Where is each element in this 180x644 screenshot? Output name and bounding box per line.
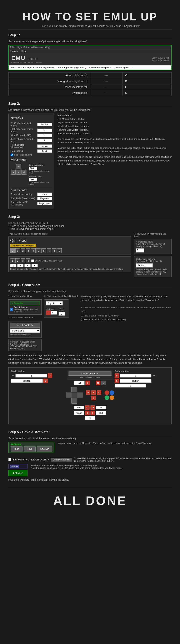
quickcast-btn[interactable]: Quickcast attuned spells bbox=[10, 244, 36, 247]
attack-r2-input[interactable] bbox=[37, 128, 52, 132]
center-detect-btn[interactable]: Detect Controller bbox=[68, 372, 112, 376]
emu-on-input[interactable] bbox=[37, 197, 52, 200]
switch-lb-input[interactable] bbox=[120, 379, 152, 383]
save-as-btn[interactable]: Save as bbox=[37, 446, 52, 452]
attack-r1-input[interactable] bbox=[37, 123, 52, 126]
enable-checkbox-row: Switch button (Holding it changes the ac… bbox=[10, 306, 40, 313]
all-done-section: ALL DONE bbox=[8, 487, 172, 514]
unique-input-2[interactable] bbox=[17, 264, 24, 267]
global-cast-label: Global cast spell key (hotkey of R1, R2,… bbox=[136, 258, 170, 262]
dpad-up bbox=[72, 387, 77, 392]
switch-c-input[interactable] bbox=[114, 384, 146, 388]
controller-dropdown[interactable]: Controller 1 bbox=[10, 328, 40, 333]
switch-action-title: Switch action bbox=[114, 370, 169, 372]
mouse-title: Mouse binds: bbox=[58, 114, 72, 116]
spell-count-field[interactable] bbox=[136, 248, 144, 252]
unique-input-1[interactable] bbox=[10, 264, 16, 267]
step4-title: Step 4 - Controller: bbox=[8, 283, 172, 288]
switch-button-checkbox[interactable] bbox=[10, 308, 13, 311]
controller-center-col: Detect Controller Find out button number… bbox=[67, 370, 113, 420]
basic-val-input[interactable] bbox=[51, 311, 57, 314]
attack-cooldown: Attack cooldown (time before subsequent … bbox=[29, 164, 52, 174]
mouse-bind-3: Middle Mouse Button - mbutton bbox=[58, 125, 90, 128]
load-btn[interactable]: Load bbox=[10, 446, 22, 452]
roll-cooldown-input[interactable] bbox=[29, 178, 37, 181]
step3-section: Step 3: Set spell quickcast hotkeys in E… bbox=[8, 215, 172, 277]
diag-switch-lb5: 5 bbox=[114, 378, 169, 383]
lalt-input[interactable] bbox=[74, 381, 84, 385]
kick-input[interactable] bbox=[37, 134, 52, 137]
num-key-9[interactable]: 9 bbox=[57, 248, 62, 253]
save-btn[interactable]: Save bbox=[24, 446, 36, 452]
debug-activate-row: DEBUG Activate You have to Activate EMUL… bbox=[8, 464, 172, 476]
unique-input-3[interactable] bbox=[24, 264, 30, 267]
switch-button-label: Switch button bbox=[14, 306, 40, 308]
dpad bbox=[66, 387, 82, 404]
num-key-3[interactable]: 3 bbox=[26, 248, 30, 253]
num-key-0[interactable]: 0 bbox=[10, 248, 15, 253]
profiles-row: PROFILES Load Save Save as You can make … bbox=[8, 442, 172, 455]
spell-count-panel: Tell EMUL how many spells you have # of … bbox=[134, 232, 172, 277]
num-key-4[interactable]: 4 bbox=[31, 248, 36, 253]
num-row-6-4: 6 3 4 bbox=[86, 390, 101, 395]
spell-count-label: # of attuned spells (Hold 'M' and press … bbox=[136, 241, 170, 248]
emul-window: E.M.U.Light (Enhanced Moveset Utility) P… bbox=[8, 45, 172, 70]
emul-banner: EMU LIGHT ENHANCED MOVESET UTILITY Don't… bbox=[9, 53, 171, 66]
num-4: 4 bbox=[97, 390, 101, 395]
hotkeys-off-input[interactable] bbox=[37, 202, 52, 205]
enable-unique-checkbox[interactable] bbox=[31, 260, 34, 262]
diag-switch-c bbox=[114, 384, 169, 388]
split-roll-checkbox[interactable] bbox=[10, 154, 13, 156]
num-key-5[interactable]: 5 bbox=[36, 248, 41, 253]
backup-row: BACKUP SAVE FILE ON LAUNCH Choose Save f… bbox=[8, 457, 172, 462]
activate-note: You have to Activate EMUL every time you… bbox=[31, 464, 172, 469]
uniq-key-3[interactable]: 3 bbox=[20, 258, 25, 263]
mouse-bind-5: Backward Side Sutton- xbutton2 bbox=[58, 132, 90, 135]
switch-e-input[interactable] bbox=[120, 374, 152, 378]
detect-controller-btn[interactable]: Detect Controller bbox=[10, 323, 40, 328]
step4-top-container: 1. enable the checkbox ✓ Controller Swit… bbox=[8, 295, 172, 351]
tab-input[interactable] bbox=[74, 406, 84, 410]
choose-file-btn[interactable]: Choose Save file bbox=[51, 458, 72, 462]
lshift-input[interactable] bbox=[96, 411, 106, 415]
b-input[interactable] bbox=[96, 406, 106, 410]
spell-count-input bbox=[136, 248, 170, 252]
num-key-7[interactable]: 7 bbox=[47, 248, 51, 253]
basic-q-input[interactable] bbox=[16, 374, 47, 378]
uniq-key-2[interactable]: 2 bbox=[16, 258, 20, 263]
space-input[interactable] bbox=[74, 411, 84, 415]
num-key-6[interactable]: 6 bbox=[42, 248, 46, 253]
jump-label: Jump attack (Forward + R2) bbox=[10, 138, 37, 143]
num-key-1[interactable]: 1 bbox=[16, 248, 20, 253]
attack-cooldown-input[interactable] bbox=[29, 166, 37, 170]
sprint-input[interactable] bbox=[37, 150, 52, 153]
key-a: a bbox=[10, 170, 16, 174]
backup-checkbox[interactable] bbox=[8, 458, 11, 461]
num-6a: 6 bbox=[86, 381, 90, 385]
uniq-key-1[interactable]: 1 bbox=[10, 258, 15, 263]
action-dash: ---- bbox=[90, 90, 123, 96]
menu-help[interactable]: Help bbox=[21, 50, 26, 52]
switch-key-dropdown[interactable]: Joy11 bbox=[46, 301, 63, 306]
step2-container: Attacks R1 (Right hand light attack) R2 … bbox=[8, 114, 172, 209]
action-key: P bbox=[123, 78, 172, 84]
steam-overlay-input[interactable] bbox=[37, 192, 52, 196]
num-key-8[interactable]: 8 bbox=[52, 248, 56, 253]
arrow-left-icon: → bbox=[11, 373, 15, 378]
find-out-note: Find out button numbers bbox=[10, 334, 40, 336]
unique-cast-box: 1 2 3 4 Enable unique cast spell keys bbox=[8, 256, 131, 272]
attack-label: R1 (Right hand light attack) bbox=[10, 122, 37, 127]
basic-action-col: Basic action → 7 5 bbox=[11, 370, 66, 384]
basic-rb-input[interactable] bbox=[11, 379, 43, 383]
roll-input[interactable] bbox=[37, 144, 52, 148]
global-cast-input[interactable] bbox=[136, 263, 153, 268]
k-input[interactable] bbox=[85, 416, 95, 420]
num-key-2[interactable]: 2 bbox=[20, 248, 25, 253]
activate-btn[interactable]: Activate bbox=[8, 470, 28, 476]
uniq-key-4[interactable]: 4 bbox=[26, 258, 30, 263]
jump-input[interactable] bbox=[37, 138, 52, 142]
menu-profiles[interactable]: Profiles bbox=[10, 50, 18, 52]
step4-desc: If you do not plan on using a controller… bbox=[8, 290, 172, 293]
unique-input-4[interactable] bbox=[32, 264, 38, 267]
switch-action-col: Switch action 8 → 5 bbox=[114, 370, 169, 388]
